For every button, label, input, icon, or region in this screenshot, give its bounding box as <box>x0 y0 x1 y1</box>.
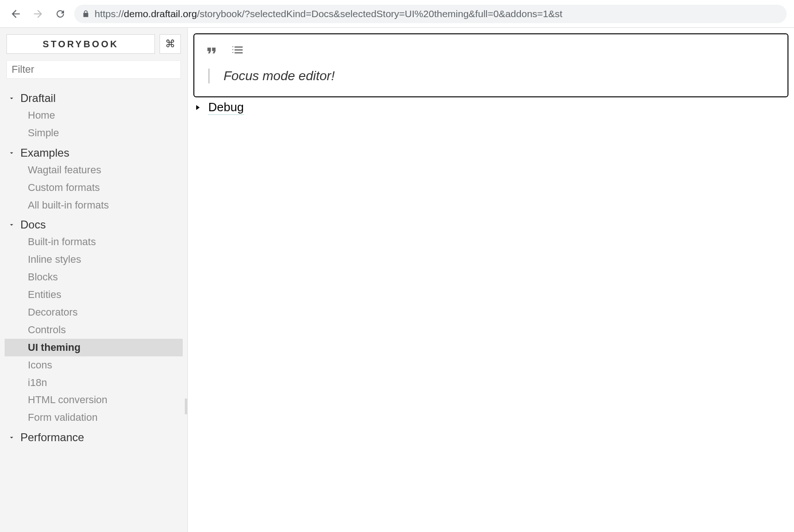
blockquote-button[interactable] <box>204 43 219 58</box>
filter-input[interactable] <box>6 60 181 79</box>
browser-chrome: https://demo.draftail.org/storybook/?sel… <box>0 0 794 28</box>
nav-item-inline-styles[interactable]: Inline styles <box>5 251 183 268</box>
app-layout: STORYBOOK ⌘ Draftail Home Simple Example… <box>0 28 794 532</box>
shortcuts-button[interactable]: ⌘ <box>160 34 181 54</box>
nav-item-custom-formats[interactable]: Custom formats <box>5 179 183 196</box>
sidebar: STORYBOOK ⌘ Draftail Home Simple Example… <box>0 28 188 532</box>
section-label: Examples <box>20 146 69 159</box>
ordered-list-button[interactable] <box>230 43 245 58</box>
nav-item-form-validation[interactable]: Form validation <box>5 409 183 426</box>
section-performance[interactable]: Performance <box>5 429 183 446</box>
address-bar[interactable]: https://demo.draftail.org/storybook/?sel… <box>74 5 787 23</box>
section-docs[interactable]: Docs <box>5 216 183 233</box>
quote-icon <box>205 44 218 57</box>
chevron-down-icon <box>7 149 16 157</box>
debug-label: Debug <box>208 100 244 115</box>
sidebar-header: STORYBOOK ⌘ <box>0 34 187 60</box>
nav-item-all-builtin-formats[interactable]: All built-in formats <box>5 196 183 214</box>
nav-item-i18n[interactable]: i18n <box>5 374 183 392</box>
arrow-right-icon <box>32 8 44 20</box>
debug-toggle[interactable]: Debug <box>193 100 788 115</box>
sidebar-resize-handle[interactable] <box>184 399 188 414</box>
nav-item-controls[interactable]: Controls <box>5 321 183 339</box>
nav-item-html-conversion[interactable]: HTML conversion <box>5 391 183 409</box>
section-label: Docs <box>20 218 46 231</box>
section-examples[interactable]: Examples <box>5 145 183 161</box>
url-text: https://demo.draftail.org/storybook/?sel… <box>95 8 563 19</box>
nav-item-ui-theming[interactable]: UI theming <box>5 339 183 356</box>
chevron-down-icon <box>7 433 16 442</box>
ordered-list-icon <box>231 44 244 57</box>
section-label: Draftail <box>20 92 56 105</box>
nav-item-icons[interactable]: Icons <box>5 356 183 374</box>
browser-forward-button <box>30 6 46 22</box>
chevron-down-icon <box>7 221 16 229</box>
blockquote-text: Focus mode editor! <box>208 69 780 83</box>
editor-toolbar <box>202 43 780 69</box>
chevron-down-icon <box>7 94 16 102</box>
editor-container: Focus mode editor! <box>193 33 788 97</box>
command-icon: ⌘ <box>165 38 175 50</box>
storybook-title[interactable]: STORYBOOK <box>6 34 155 54</box>
nav-item-decorators[interactable]: Decorators <box>5 304 183 321</box>
main-content: Focus mode editor! Debug <box>188 28 794 532</box>
nav-item-blocks[interactable]: Blocks <box>5 268 183 286</box>
browser-reload-button[interactable] <box>52 6 69 22</box>
section-label: Performance <box>20 431 84 444</box>
nav-item-wagtail-features[interactable]: Wagtail features <box>5 161 183 179</box>
nav-item-simple[interactable]: Simple <box>5 124 183 142</box>
section-draftail[interactable]: Draftail <box>5 90 183 107</box>
nav-item-home[interactable]: Home <box>5 107 183 124</box>
lock-icon <box>82 10 90 18</box>
nav-item-entities[interactable]: Entities <box>5 286 183 304</box>
arrow-left-icon <box>10 8 22 20</box>
browser-back-button[interactable] <box>7 6 24 22</box>
caret-right-icon <box>193 103 202 112</box>
reload-icon <box>55 8 66 19</box>
nav-item-builtin-formats[interactable]: Built-in formats <box>5 233 183 251</box>
nav-tree: Draftail Home Simple Examples Wagtail fe… <box>0 85 187 455</box>
editor-content[interactable]: Focus mode editor! <box>202 69 780 83</box>
